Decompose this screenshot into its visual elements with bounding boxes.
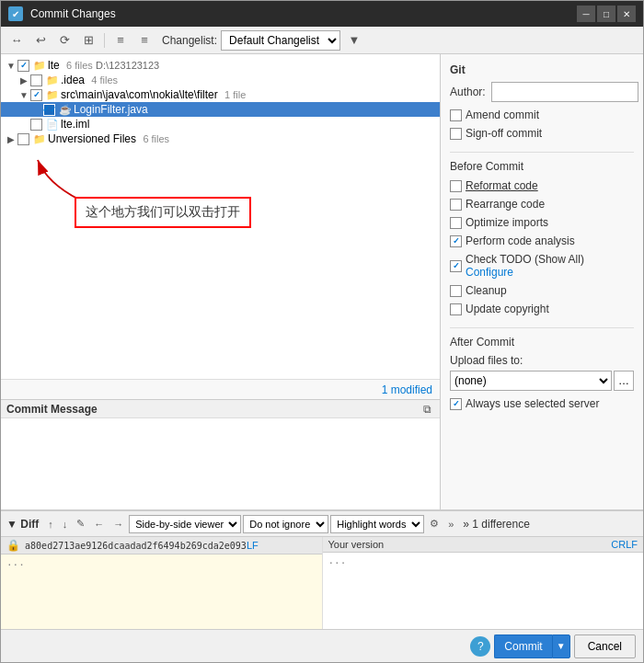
- upload-dropdown-row: (none) …: [450, 371, 634, 391]
- checkbox-lte-iml[interactable]: [30, 119, 42, 131]
- cleanup-label: Cleanup: [466, 284, 507, 297]
- window-title: Commit Changes: [30, 7, 569, 20]
- app-icon: ✔: [8, 6, 23, 21]
- diff-prev-button[interactable]: ←: [90, 515, 108, 533]
- commit-message-input[interactable]: [1, 418, 440, 509]
- checkbox-update-copyright[interactable]: [450, 303, 462, 315]
- checkbox-login-filter[interactable]: ✓: [43, 104, 55, 116]
- author-row: Author:: [450, 82, 634, 102]
- highlight-select[interactable]: Highlight words: [330, 515, 424, 533]
- changelist-select[interactable]: Default Changelist: [221, 30, 340, 51]
- close-button[interactable]: ✕: [617, 6, 636, 22]
- changelist-dropdown[interactable]: ▼: [344, 30, 364, 51]
- help-button[interactable]: ?: [470, 636, 490, 657]
- file-tree-container: 📁 lte 6 files D:\123123123 📁 .idea 4 fil…: [1, 54, 440, 379]
- diff-edit-button[interactable]: ✎: [73, 515, 88, 533]
- tree-arrow-src[interactable]: [17, 88, 30, 101]
- folder-icon-src: 📁: [46, 89, 59, 101]
- tree-arrow-unversioned[interactable]: [5, 132, 17, 145]
- rearrange-code-row: Rearrange code: [450, 197, 634, 211]
- tree-item-idea[interactable]: 📁 .idea 4 files: [1, 73, 440, 87]
- signoff-commit-row: Sign-off commit: [450, 126, 634, 141]
- checkbox-check-todo[interactable]: [450, 260, 462, 272]
- upload-dots-button[interactable]: …: [614, 371, 634, 391]
- checkbox-src[interactable]: [30, 89, 42, 101]
- diff-title: ▼ Diff: [6, 518, 39, 531]
- add-button[interactable]: ↔: [6, 30, 27, 51]
- commit-message-panel: Commit Message ⧉: [1, 399, 440, 509]
- separator-1: [450, 152, 634, 153]
- author-input[interactable]: [491, 82, 638, 102]
- tree-item-login-filter[interactable]: ✓ ☕ LoginFilter.java: [1, 102, 440, 117]
- tree-item-lte-iml[interactable]: 📄 lte.iml: [1, 117, 440, 131]
- toolbar-separator: [104, 33, 105, 48]
- checkbox-unversioned[interactable]: [17, 133, 29, 145]
- checkbox-reformat[interactable]: [450, 180, 462, 192]
- optimize-imports-row: Optimize imports: [450, 215, 634, 230]
- author-label: Author:: [450, 86, 486, 98]
- diff-settings-button[interactable]: ⚙: [426, 515, 443, 533]
- expand-button[interactable]: ≡: [110, 30, 131, 51]
- tree-item-src[interactable]: 📁 src\main\java\com\nokia\lte\filter 1 f…: [1, 87, 440, 102]
- tree-item-lte[interactable]: 📁 lte 6 files D:\123123123: [1, 58, 440, 73]
- refresh-button[interactable]: ⟳: [54, 30, 75, 51]
- changelist-label: Changelist:: [162, 34, 217, 47]
- reformat-code-row: Reformat code: [450, 178, 634, 193]
- diff-right-panel: Your version CRLF ...: [323, 537, 644, 629]
- diff-lf-label: LF: [247, 540, 259, 551]
- diff-next-button[interactable]: →: [109, 515, 127, 533]
- diff-up-button[interactable]: ↑: [44, 515, 57, 533]
- tree-arrow-idea[interactable]: [17, 74, 30, 86]
- diff-more-button[interactable]: »: [444, 515, 457, 533]
- upload-select[interactable]: (none): [450, 371, 612, 391]
- checkbox-optimize[interactable]: [450, 217, 462, 229]
- commit-message-label: Commit Message: [6, 403, 98, 416]
- amend-commit-label: Amend commit: [466, 109, 539, 121]
- checkbox-perform-analysis[interactable]: [450, 235, 462, 247]
- checkbox-lte[interactable]: [17, 60, 29, 72]
- viewer-select[interactable]: Side-by-side viewer: [129, 515, 241, 533]
- checkbox-idea[interactable]: [30, 74, 42, 86]
- perform-analysis-row: Perform code analysis: [450, 234, 634, 248]
- diff-section: ▼ Diff ↑ ↓ ✎ ← → Side-by-side viewer Do …: [1, 509, 643, 629]
- cancel-button[interactable]: Cancel: [574, 634, 636, 658]
- tree-label-login-filter: LoginFilter.java: [74, 103, 148, 116]
- minimize-button[interactable]: ─: [577, 6, 595, 22]
- right-panel: Git Author: Amend commit Sign-off commit…: [441, 54, 643, 509]
- checkbox-signoff[interactable]: [450, 128, 462, 140]
- separator-2: [450, 327, 634, 328]
- collapse-button[interactable]: ≡: [134, 30, 155, 51]
- annotation-box: 这个地方我们可以双击打开: [75, 197, 251, 228]
- git-section-title: Git: [450, 63, 634, 76]
- iml-file-icon: 📄: [46, 119, 59, 131]
- commit-button[interactable]: Commit: [494, 634, 551, 658]
- undo-button[interactable]: ↩: [30, 30, 51, 51]
- amend-commit-row: Amend commit: [450, 108, 634, 122]
- tree-item-unversioned[interactable]: 📁 Unversioned Files 6 files: [1, 131, 440, 146]
- diff-down-button[interactable]: ↓: [59, 515, 72, 533]
- update-copyright-label: Update copyright: [466, 303, 549, 315]
- diff-left-file-hash: a80ed2713ae9126dcaadad2f6494b269cda2e093: [25, 541, 247, 551]
- commit-message-expand-button[interactable]: ⧉: [420, 402, 434, 417]
- group-button[interactable]: ⊞: [78, 30, 98, 51]
- title-bar: ✔ Commit Changes ─ □ ✕: [1, 1, 643, 27]
- tree-label-unversioned: Unversioned Files 6 files: [48, 132, 169, 145]
- reformat-code-label: Reformat code: [466, 179, 538, 192]
- toolbar: ↔ ↩ ⟳ ⊞ ≡ ≡ Changelist: Default Changeli…: [1, 27, 643, 54]
- tree-label-src: src\main\java\com\nokia\lte\filter 1 fil…: [61, 88, 246, 101]
- left-panel: 📁 lte 6 files D:\123123123 📁 .idea 4 fil…: [1, 54, 441, 509]
- diff-header: ▼ Diff ↑ ↓ ✎ ← → Side-by-side viewer Do …: [1, 511, 643, 537]
- commit-dropdown-button[interactable]: ▼: [552, 634, 570, 658]
- checkbox-rearrange[interactable]: [450, 199, 462, 211]
- diff-content: 🔒 a80ed2713ae9126dcaadad2f6494b269cda2e0…: [1, 537, 643, 629]
- checkbox-amend[interactable]: [450, 109, 462, 121]
- java-file-icon: ☕: [59, 104, 72, 116]
- tree-arrow-lte[interactable]: [5, 59, 17, 72]
- diff-left-text: ...: [1, 554, 322, 629]
- checkbox-always-use[interactable]: [450, 398, 462, 410]
- maximize-button[interactable]: □: [597, 6, 615, 22]
- checkbox-cleanup[interactable]: [450, 285, 462, 297]
- before-commit-title: Before Commit: [450, 160, 634, 173]
- configure-link[interactable]: Configure: [466, 266, 513, 279]
- ignore-select[interactable]: Do not ignore: [243, 515, 328, 533]
